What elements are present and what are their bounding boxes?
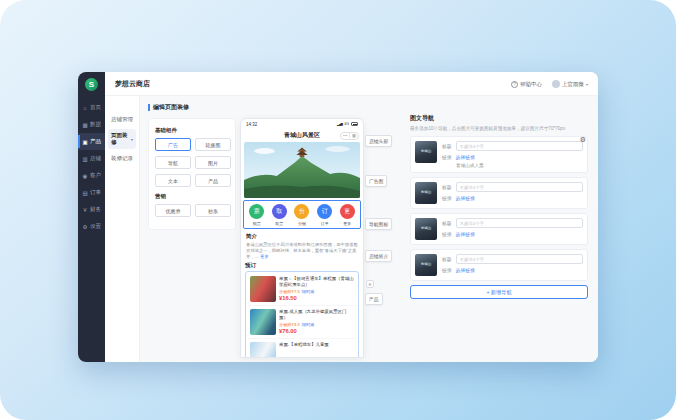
nav-config-row: 青城山 标题 链接选择链接 — [410, 249, 588, 281]
page-title: 梦想云商店 — [115, 79, 150, 89]
selected-link-value: 青城山成人票 — [456, 163, 583, 168]
network-label: 4G — [344, 122, 349, 126]
promo-badge: 限时减 — [302, 322, 315, 327]
nav-config-row: 青城山 标题 链接选择链接 — [410, 213, 588, 245]
palette-btn-ad[interactable]: 广告 — [155, 138, 191, 151]
phone-preview: 14:32 ▂▄▆ 4G 青城山风景区 ⋯◎ — [240, 118, 364, 358]
subnav-decorate-history[interactable]: 装修记录 — [108, 152, 136, 165]
product-list-component-selected[interactable]: 单票：【旅游直通车】单程票（青城山学府站乘车点） 分销价¥7.5限时减 ¥16.… — [245, 271, 359, 358]
target-icon: ◎ — [352, 133, 356, 138]
customer-icon: ◉ — [82, 173, 88, 179]
marketing-backdrop: S ⌂首页 ▦数据 ▣产品 ▥店铺 ◉客户 ▤订单 ¥财务 ⚙设置 梦想云商店 … — [0, 0, 676, 420]
phone-time: 14:32 — [246, 122, 257, 127]
settings-icon: ⚙ — [82, 224, 88, 230]
product-image — [250, 309, 276, 335]
add-nav-button[interactable]: + 新增导航 — [410, 285, 588, 299]
chevron-down-icon: ▾ — [586, 82, 588, 87]
choose-link-button[interactable]: 选择链接 — [456, 267, 475, 273]
sidebar-item-order[interactable]: ▤订单 — [78, 184, 105, 201]
sidebar-item-store[interactable]: ▥店铺 — [78, 150, 105, 167]
sidebar-item-home[interactable]: ⌂首页 — [78, 99, 105, 116]
sidebar-item-settings[interactable]: ⚙设置 — [78, 218, 105, 235]
battery-icon — [351, 122, 358, 126]
component-tag-ad-image[interactable]: 广告图 — [365, 175, 387, 187]
palette-btn-nav[interactable]: 导航 — [155, 156, 191, 169]
user-menu[interactable]: 上官雨薇 ▾ — [552, 80, 588, 88]
choose-link-button[interactable]: 选择链接 — [456, 231, 475, 237]
mountain-scene-illustration — [244, 142, 360, 198]
palette-btn-text[interactable]: 文本 — [155, 174, 191, 187]
palette-btn-flash-sale[interactable]: 秒杀 — [195, 204, 231, 217]
nav-item-distribution[interactable]: 分 分销 — [292, 204, 312, 226]
nav-title-input[interactable] — [456, 218, 583, 228]
nav-title-input[interactable] — [456, 182, 583, 192]
distribution-icon: 分 — [294, 204, 309, 219]
hero-banner-image[interactable] — [244, 142, 360, 198]
title-accent-bar — [148, 104, 150, 111]
editor-canvas: 编辑页面装修 基础组件 广告 轮播图 导航 图片 文本 产品 营销 优惠券 秒杀 — [140, 96, 598, 362]
home-icon: ⌂ — [82, 105, 88, 111]
sidebar-item-product[interactable]: ▣产品 — [78, 133, 105, 150]
nav-thumbnail[interactable]: 青城山 — [415, 254, 437, 276]
avatar — [552, 80, 560, 88]
finance-icon: ¥ — [82, 207, 88, 213]
palette-btn-carousel[interactable]: 轮播图 — [195, 138, 231, 151]
nav-item-more[interactable]: 更 更多 — [337, 204, 357, 226]
signal-icon: ▂▄▆ — [337, 122, 342, 126]
username: 上官雨薇 — [562, 81, 584, 88]
orders-icon: 订 — [317, 204, 332, 219]
intro-more-link[interactable]: 更多 — [260, 254, 269, 259]
miniapp-capsule[interactable]: ⋯◎ — [340, 132, 359, 140]
chart-icon: ▦ — [82, 122, 88, 128]
miniapp-title: 青城山风景区 — [284, 131, 320, 140]
chevron-down-icon: ▾ — [131, 137, 133, 142]
palette-btn-image[interactable]: 图片 — [195, 156, 231, 169]
nav-title-input[interactable] — [456, 254, 583, 264]
nav-config-row: 青城山 标题 链接选择链接 — [410, 177, 588, 209]
product-row[interactable]: 单票-成人票（九龙谷健康风景区门票） 分销价¥3.5限时减 ¥76.00 — [248, 305, 356, 338]
palette-btn-coupon[interactable]: 优惠券 — [155, 204, 191, 217]
nav-item-buy-ticket[interactable]: 票 购票 — [247, 204, 267, 226]
nav-thumbnail[interactable]: 青城山 — [415, 182, 437, 204]
product-row[interactable]: 单票-【单程缆车】儿童票 — [248, 338, 356, 358]
store-icon: ▥ — [82, 156, 88, 162]
choose-link-button[interactable]: 选择链接 — [456, 195, 475, 201]
product-row[interactable]: 单票：【旅游直通车】单程票（青城山学府站乘车点） 分销价¥7.5限时减 ¥16.… — [248, 273, 356, 305]
canvas-title: 编辑页面装修 — [148, 103, 189, 112]
delete-component-icon[interactable]: ✕ — [366, 280, 374, 288]
sidebar-item-finance[interactable]: ¥财务 — [78, 201, 105, 218]
nav-thumbnail[interactable]: 青城山 — [415, 141, 437, 163]
subnav-store-manage[interactable]: 店铺管理 — [108, 113, 136, 126]
collect-icon: 取 — [272, 204, 287, 219]
help-icon: ? — [511, 81, 518, 88]
component-tag-product[interactable]: 产品 — [365, 293, 383, 305]
component-tag-store-intro[interactable]: 店铺简介 — [365, 250, 392, 262]
main-sidebar: S ⌂首页 ▦数据 ▣产品 ▥店铺 ◉客户 ▤订单 ¥财务 ⚙设置 — [78, 72, 105, 362]
gear-icon[interactable]: ⚙ — [580, 136, 586, 144]
phone-statusbar: 14:32 ▂▄▆ 4G — [241, 119, 363, 129]
component-tag-icon-nav[interactable]: 导航图标 — [365, 218, 392, 230]
phone-titlebar: 青城山风景区 ⋯◎ — [241, 129, 363, 142]
component-tag-store-header[interactable]: 店铺头部 — [365, 135, 392, 147]
product-image — [250, 342, 276, 358]
sidebar-item-data[interactable]: ▦数据 — [78, 116, 105, 133]
choose-link-button[interactable]: 选择链接 — [456, 154, 475, 160]
icon-nav-component-selected[interactable]: 票 购票 取 取票 分 分销 订 订单 — [243, 200, 361, 229]
nav-thumbnail[interactable]: 青城山 — [415, 218, 437, 240]
secondary-nav: 店铺管理 页面装修▾ 装修记录 — [105, 96, 140, 362]
nav-item-orders[interactable]: 订 订单 — [315, 204, 335, 226]
nav-title-input[interactable] — [456, 141, 583, 151]
app-window: S ⌂首页 ▦数据 ▣产品 ▥店铺 ◉客户 ▤订单 ¥财务 ⚙设置 梦想云商店 … — [78, 72, 598, 362]
palette-group-basic: 基础组件 — [155, 127, 229, 134]
booking-section: 预订 单票：【旅游直通车】单程票（青城山学府站乘车点） 分销价¥7.5限时减 ¥… — [245, 262, 359, 358]
app-logo: S — [85, 78, 98, 91]
subnav-page-decorate[interactable]: 页面装修▾ — [108, 129, 136, 149]
top-header: 梦想云商店 ? 帮助中心 上官雨薇 ▾ — [105, 72, 598, 96]
nav-config-row: 青城山 标题 链接选择链接 青城山成人票 — [410, 136, 588, 173]
palette-btn-product[interactable]: 产品 — [195, 174, 231, 187]
palette-group-marketing: 营销 — [155, 193, 229, 200]
sidebar-item-customer[interactable]: ◉客户 — [78, 167, 105, 184]
order-icon: ▤ — [82, 190, 88, 196]
help-center-link[interactable]: ? 帮助中心 — [511, 81, 542, 88]
nav-item-collect-ticket[interactable]: 取 取票 — [269, 204, 289, 226]
